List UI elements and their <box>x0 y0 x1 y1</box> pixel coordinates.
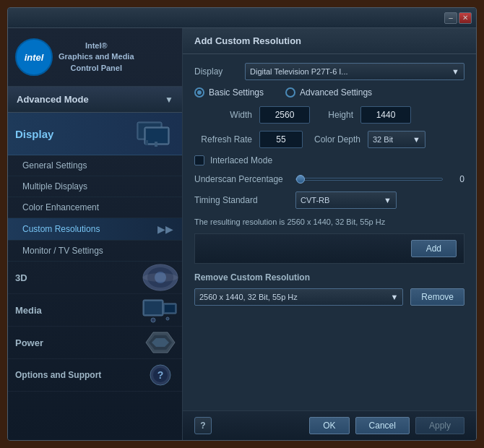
nav-item-3d[interactable]: 3D <box>8 262 182 294</box>
panel-title: Add Custom Resolution <box>194 35 301 46</box>
width-input[interactable] <box>259 106 310 124</box>
svg-point-15 <box>151 318 155 322</box>
interlaced-mode-row: Interlaced Mode <box>194 155 464 165</box>
bottom-bar: ? OK Cancel Apply <box>183 410 476 440</box>
nav-item-custom-resolutions[interactable]: Custom Resolutions ▶▶ <box>8 218 182 241</box>
svg-rect-12 <box>144 301 162 314</box>
advanced-mode-dropdown[interactable]: Advanced Mode ▼ <box>8 87 182 113</box>
nav-item-color-enhancement[interactable]: Color Enhancement <box>8 197 182 218</box>
media-label: Media <box>8 298 49 323</box>
options-support-label: Options and Support <box>8 363 108 387</box>
remove-resolution-select[interactable]: 2560 x 1440, 32 Bit, 55p Hz ▼ <box>194 288 403 306</box>
remove-section-title: Remove Custom Resolution <box>194 272 464 283</box>
timing-select[interactable]: CVT-RB ▼ <box>295 191 397 209</box>
refresh-rate-label: Refresh Rate <box>194 134 252 145</box>
advanced-mode-arrow-icon: ▼ <box>165 95 173 105</box>
nav-item-media[interactable]: Media <box>8 294 182 327</box>
advanced-radio-indicator <box>285 87 295 98</box>
title-bar: – ✕ <box>8 8 476 28</box>
underscan-value: 0 <box>450 174 464 184</box>
svg-rect-5 <box>145 140 148 145</box>
refresh-rate-input[interactable] <box>259 131 303 148</box>
color-depth-arrow-icon: ▼ <box>412 135 420 144</box>
settings-mode-radio-group: Basic Settings Advanced Settings <box>194 87 464 98</box>
display-icon <box>131 119 175 149</box>
nav-item-options-support[interactable]: Options and Support ? <box>8 359 182 392</box>
sidebar-header: intel Intel® Graphics and Media Control … <box>8 28 182 87</box>
intel-logo: intel <box>15 38 53 76</box>
svg-point-10 <box>143 273 178 282</box>
remove-button[interactable]: Remove <box>410 288 464 306</box>
underscan-row: Underscan Percentage 0 <box>194 174 464 184</box>
advanced-mode-label: Advanced Mode <box>17 94 89 105</box>
panel-body: Display Digital Television P27T-6 I... ▼… <box>183 54 476 410</box>
underscan-label: Underscan Percentage <box>194 174 288 184</box>
minimize-button[interactable]: – <box>444 12 457 24</box>
refresh-color-row: Refresh Rate Color Depth 32 Bit ▼ <box>194 131 464 148</box>
panel-header: Add Custom Resolution <box>183 28 476 54</box>
underscan-thumb <box>296 175 305 184</box>
svg-rect-6 <box>155 142 157 147</box>
right-panel: Add Custom Resolution Display Digital Te… <box>183 28 476 440</box>
power-icon <box>139 327 182 358</box>
nav-item-monitor-settings[interactable]: Monitor / TV Settings <box>8 241 182 262</box>
timing-row: Timing Standard CVT-RB ▼ <box>194 191 464 209</box>
display-section[interactable]: Display <box>8 113 182 155</box>
dimensions-row: Width Height <box>194 106 464 124</box>
close-button[interactable]: ✕ <box>459 12 472 24</box>
3d-label: 3D <box>8 265 35 290</box>
height-label: Height <box>317 110 353 120</box>
display-row: Display Digital Television P27T-6 I... ▼ <box>194 63 464 80</box>
color-depth-label: Color Depth <box>310 134 360 145</box>
nav-item-power[interactable]: Power <box>8 327 182 359</box>
timing-label: Timing Standard <box>194 195 288 205</box>
main-content: intel Intel® Graphics and Media Control … <box>8 28 476 440</box>
advanced-settings-label: Advanced Settings <box>300 87 372 98</box>
nav-item-multiple-displays[interactable]: Multiple Displays <box>8 176 182 197</box>
display-select[interactable]: Digital Television P27T-6 I... ▼ <box>245 63 464 80</box>
display-field-label: Display <box>194 66 245 77</box>
svg-rect-14 <box>165 305 175 312</box>
add-button-row: Add <box>194 233 464 264</box>
advanced-settings-radio[interactable]: Advanced Settings <box>285 87 372 98</box>
sidebar: intel Intel® Graphics and Media Control … <box>8 28 183 440</box>
remove-select-arrow-icon: ▼ <box>390 293 398 301</box>
basic-settings-radio[interactable]: Basic Settings <box>194 87 264 98</box>
nav-item-general-settings[interactable]: General Settings <box>8 155 182 176</box>
width-label: Width <box>194 110 252 120</box>
display-select-arrow-icon: ▼ <box>451 67 459 76</box>
basic-settings-label: Basic Settings <box>209 87 264 98</box>
help-button[interactable]: ? <box>194 417 212 434</box>
interlaced-label: Interlaced Mode <box>210 155 272 165</box>
svg-point-16 <box>166 317 169 320</box>
options-icon: ? <box>139 359 182 391</box>
result-text: The resulting resolution is 2560 x 1440,… <box>194 217 464 226</box>
remove-row: 2560 x 1440, 32 Bit, 55p Hz ▼ Remove <box>194 288 464 306</box>
apply-button[interactable]: Apply <box>415 417 464 434</box>
nav-arrow-icon: ▶▶ <box>157 223 173 235</box>
media-icon <box>139 294 182 326</box>
color-depth-select[interactable]: 32 Bit ▼ <box>368 131 425 148</box>
basic-radio-indicator <box>194 87 204 98</box>
power-label: Power <box>8 330 51 356</box>
ok-button[interactable]: OK <box>309 417 349 434</box>
svg-rect-4 <box>146 129 168 143</box>
interlaced-checkbox[interactable] <box>194 155 204 165</box>
app-title: Intel® Graphics and Media Control Panel <box>59 40 134 74</box>
display-label: Display <box>15 128 53 140</box>
timing-arrow-icon: ▼ <box>384 196 392 204</box>
height-input[interactable] <box>360 106 411 124</box>
3d-icon <box>139 262 182 293</box>
underscan-slider[interactable] <box>295 178 443 181</box>
svg-text:?: ? <box>157 369 164 381</box>
add-button[interactable]: Add <box>411 240 457 257</box>
cancel-button[interactable]: Cancel <box>355 417 410 434</box>
